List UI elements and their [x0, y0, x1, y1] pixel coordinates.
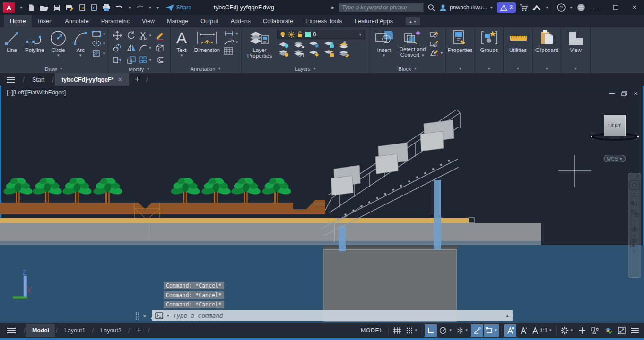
layer-make-current-button[interactable] [339, 41, 351, 48]
close-window-button[interactable]: × [625, 0, 644, 15]
navbar-collapse-icon[interactable]: ⊖ [633, 249, 636, 253]
trim-button[interactable]: ▼ [139, 31, 152, 40]
insert-block-button[interactable]: Insert▼ [372, 29, 396, 59]
isodraft-toggle[interactable]: ▼ [455, 324, 470, 337]
help-button[interactable]: ? [557, 3, 566, 12]
explode-button[interactable] [155, 43, 165, 52]
annotation-scale-button[interactable]: 1:1▼ [531, 324, 554, 337]
copy-button[interactable] [113, 43, 122, 52]
properties-button[interactable]: Properties [446, 29, 474, 54]
orbit-chevron-icon[interactable]: ▼ [633, 234, 636, 237]
layer-freeze-button[interactable] [308, 41, 321, 48]
drawing-restore-button[interactable] [621, 91, 627, 96]
panel-label-utilities[interactable]: ▼ [504, 65, 532, 73]
minimize-window-button[interactable]: — [587, 0, 606, 15]
open-file-button[interactable] [40, 4, 49, 12]
command-close-button[interactable]: × [143, 313, 147, 320]
ellipse-button[interactable]: ▼ [92, 40, 106, 47]
user-account-button[interactable]: pnwachukwu... ▼ [439, 3, 493, 12]
tab-annotate[interactable]: Annotate [59, 15, 95, 27]
viewport-controls-label[interactable]: [−][Left][FlatWithEdges] [7, 89, 66, 96]
search-icon[interactable] [427, 4, 435, 11]
app-store-cart-icon[interactable] [520, 4, 528, 11]
navigation-wheel-button[interactable] [629, 180, 640, 190]
save-to-web-mobile-button[interactable] [90, 4, 98, 12]
layer-prev-button[interactable] [308, 50, 321, 57]
plot-button[interactable] [102, 4, 111, 12]
file-tab-document[interactable]: tybcCFdj-yyfqqeF*✕ [55, 73, 129, 86]
tab-insert[interactable]: Insert [32, 15, 59, 27]
panel-label-draw[interactable]: Draw▼ [0, 65, 108, 73]
autodesk-logo-icon[interactable] [532, 4, 541, 11]
edit-attributes-button[interactable]: ▼ [429, 49, 444, 57]
maximize-window-button[interactable] [606, 0, 625, 15]
tab-home[interactable]: Home [4, 15, 32, 27]
object-snap-tracking-toggle[interactable] [471, 324, 483, 337]
detect-convert-button[interactable]: Detect and Convert ▼ [397, 29, 428, 60]
save-button[interactable] [53, 4, 61, 12]
tab-view[interactable]: View [136, 15, 161, 27]
clipboard-button[interactable]: Clipboard [533, 29, 560, 54]
clean-screen-button[interactable] [616, 324, 628, 337]
navigation-wheel-chevron-icon[interactable]: ▼ [633, 192, 636, 195]
pan-button[interactable] [630, 198, 639, 207]
recent-commands-chevron-icon[interactable]: ▼ [166, 314, 170, 317]
share-button[interactable]: Share [166, 4, 191, 11]
line-button[interactable]: Line [2, 29, 22, 54]
layer-off-button[interactable] [278, 41, 290, 48]
view-button[interactable]: View [565, 29, 587, 54]
ortho-mode-toggle[interactable] [425, 324, 437, 337]
grid-display-toggle[interactable] [391, 324, 403, 337]
mirror-button[interactable] [127, 43, 136, 52]
tab-output[interactable]: Output [194, 15, 225, 27]
layout-menu-button[interactable] [0, 327, 23, 334]
model-tab[interactable]: Model [26, 324, 55, 337]
drawing-close-button[interactable]: × [634, 89, 638, 97]
viewcube[interactable]: LEFT [604, 115, 626, 136]
redo-chevron-icon[interactable]: ▼ [148, 6, 152, 10]
text-button[interactable]: A Text▼ [173, 29, 191, 59]
leader-button[interactable]: ▼ [224, 39, 239, 45]
redo-button[interactable] [136, 4, 144, 11]
app-menu-chevron-icon[interactable]: ▼ [19, 6, 23, 10]
isolate-objects-button[interactable] [576, 324, 588, 337]
layer-isolate-button[interactable] [293, 41, 305, 48]
tab-featured-apps[interactable]: Featured Apps [348, 15, 399, 27]
rectangle-button[interactable]: ▼ [92, 30, 106, 38]
panel-label-groups[interactable]: ▼ [475, 65, 503, 73]
command-input-bar[interactable]: ▼ Type a command ▲ [152, 310, 513, 321]
tab-express-tools[interactable]: Express Tools [299, 15, 348, 27]
rotate-button[interactable] [127, 31, 136, 40]
showmotion-button[interactable] [630, 238, 639, 248]
panel-label-block[interactable]: Block▼ [370, 65, 445, 73]
undo-button[interactable] [115, 4, 123, 11]
open-from-web-mobile-button[interactable] [78, 4, 86, 12]
tab-manage[interactable]: Manage [161, 15, 194, 27]
customize-qat-button[interactable]: ▾ [157, 5, 159, 10]
layer-state-button[interactable] [339, 50, 351, 57]
circle-button[interactable]: Circle▼ [47, 29, 69, 59]
workspace-switching-button[interactable]: ▼ [559, 324, 575, 337]
graphics-performance-button[interactable] [602, 324, 615, 337]
undo-chevron-icon[interactable]: ▼ [128, 6, 131, 10]
panel-label-layers[interactable]: Layers▼ [242, 65, 370, 73]
annotation-autoscale-toggle[interactable] [517, 324, 530, 337]
notification-badge[interactable]: 3 [497, 2, 516, 13]
edit-block-button[interactable] [429, 40, 444, 47]
zoom-extents-button[interactable] [630, 208, 639, 218]
snap-mode-toggle[interactable]: ▼ [404, 324, 419, 337]
autodesk-menu-chevron-icon[interactable]: ▼ [545, 6, 549, 10]
file-tabs-menu-button[interactable] [0, 73, 22, 86]
offset-button[interactable] [155, 56, 165, 64]
table-button[interactable] [224, 47, 239, 55]
ribbon-display-toggle[interactable]: ▲ ▼ [406, 17, 420, 25]
panel-label-properties[interactable]: ▼ [446, 65, 475, 73]
layer-match-button[interactable] [293, 50, 305, 57]
stretch-button[interactable] [113, 56, 122, 64]
layer-lock-button[interactable] [323, 41, 336, 48]
fillet-button[interactable]: ▼ [139, 44, 152, 51]
autocad-logo-icon[interactable]: A [3, 2, 15, 13]
hatch-button[interactable]: ▼ [92, 49, 106, 58]
feedback-icon[interactable] [577, 3, 585, 12]
erase-button[interactable] [155, 31, 165, 40]
